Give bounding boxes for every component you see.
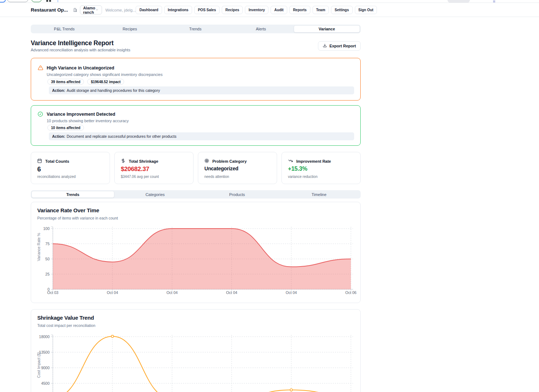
alert-action: Action: Audit storage and handling proce… (49, 86, 354, 94)
tab-trends[interactable]: Trends (162, 25, 228, 33)
main-tabbar: P&L Trends Recipes Trends Alerts Varianc… (31, 25, 361, 33)
page-title: Variance Intelligence Report (31, 39, 114, 47)
items-affected-badge: 39 items affected (47, 79, 84, 85)
page-subtitle: Advanced reconciliation analysis with ac… (31, 48, 130, 52)
tab-alerts[interactable]: Alerts (228, 25, 294, 33)
svg-text:Variance Rate %: Variance Rate % (37, 233, 41, 261)
nav-integrations-button[interactable]: Integrations (164, 6, 192, 14)
svg-text:100: 100 (43, 226, 50, 231)
nav-inventory-button[interactable]: Inventory (245, 6, 268, 14)
stat-label: Problem Category (212, 159, 247, 163)
app-title: Restaurant Op... (31, 7, 68, 13)
nav-team-button[interactable]: Team (313, 6, 329, 14)
chevron-down-icon (95, 8, 99, 12)
stat-subtext: needs attention (204, 175, 229, 179)
nav-pos-sales-button[interactable]: POS Sales (194, 6, 220, 14)
chart-subtitle: Percentage of items with variance in eac… (37, 216, 118, 220)
nav-settings-button[interactable]: Settings (331, 6, 352, 14)
browser-pill-remnant (447, 0, 470, 3)
stat-improvement-rate: Improvement Rate +15.3% variance reducti… (281, 152, 361, 184)
alert-title: High Variance in Uncategorized (47, 65, 114, 71)
browser-pill-button-green[interactable] (31, 0, 42, 2)
shrinkage-trend-chart-card: Shrinkage Value Trend Total cost impact … (31, 309, 361, 392)
svg-text:25: 25 (45, 272, 50, 276)
dollar-icon (121, 158, 126, 164)
stat-value: +15.3% (288, 166, 307, 172)
calendar-icon (37, 158, 42, 164)
svg-text:Oct 04: Oct 04 (226, 290, 237, 295)
export-report-label: Export Report (330, 44, 356, 48)
nav-audit-button[interactable]: Audit (271, 6, 287, 14)
nav-recipes-button[interactable]: Recipes (222, 6, 243, 14)
download-icon (323, 43, 327, 48)
action-label: Action: (52, 88, 65, 93)
location-select[interactable]: Alamo ranch (80, 5, 102, 14)
apps-grid-icon (49, 0, 51, 2)
nav-reports-button[interactable]: Reports (289, 6, 310, 14)
svg-text:Oct 04: Oct 04 (166, 290, 178, 295)
extension-icon (493, 0, 495, 3)
items-affected-badge: 10 items affected (47, 125, 84, 131)
impact-badge: $19648.52 impact (87, 79, 124, 85)
action-label: Action: (52, 134, 65, 139)
stat-label: Improvement Rate (296, 159, 331, 163)
header-nav: Dashboard Integrations POS Sales Recipes… (136, 6, 377, 14)
chart-subtitle: Total cost impact per reconciliation (37, 323, 96, 328)
alert-description: Uncategorized category shows significant… (47, 72, 162, 77)
tab-variance[interactable]: Variance (294, 25, 360, 33)
stat-subtext: variance reduction (288, 175, 318, 179)
warning-icon (38, 65, 43, 72)
nav-dashboard-button[interactable]: Dashboard (136, 6, 162, 14)
stat-label: Total Counts (45, 159, 69, 163)
trending-down-icon (288, 158, 293, 164)
tab-pl-trends[interactable]: P&L Trends (31, 25, 97, 33)
caret-mark (58, 0, 58, 2)
svg-text:Oct 03: Oct 03 (47, 290, 59, 295)
alert-variance-improvement: Variance Improvement Detected 10 product… (31, 105, 361, 146)
stat-subtext: $3447.06 avg per count (121, 175, 159, 179)
stat-value: $20682.37 (121, 166, 149, 173)
alert-description: 10 products showing better inventory acc… (47, 119, 129, 123)
welcome-text: Welcome, jdelg... (105, 8, 136, 12)
svg-text:Oct 04: Oct 04 (286, 290, 297, 295)
variance-rate-area-chart: 0255075100Oct 03Oct 04Oct 04Oct 04Oct 04… (31, 225, 361, 298)
svg-text:50: 50 (45, 257, 50, 261)
shrinkage-value-line-chart: 0450090001350018000Oct 03Oct 04Oct 04Oct… (31, 333, 361, 392)
subtab-categories[interactable]: Categories (114, 191, 196, 198)
nav-sign-out-button[interactable]: Sign Out (355, 6, 377, 14)
subtab-timeline[interactable]: Timeline (278, 191, 360, 198)
building-icon (73, 8, 77, 12)
variance-rate-chart-card: Variance Rate Over Time Percentage of it… (31, 202, 361, 303)
alert-action: Action: Document and replicate successfu… (49, 132, 354, 140)
action-text: Document and replicate successful proced… (67, 134, 177, 139)
svg-text:75: 75 (45, 242, 50, 246)
stat-label: Total Shrinkage (129, 159, 158, 163)
browser-tab-remnant (0, 0, 6, 3)
tab-recipes[interactable]: Recipes (97, 25, 162, 33)
action-text: Audit storage and handling procedures fo… (67, 88, 160, 93)
location-select-value: Alamo ranch (83, 6, 96, 14)
stat-total-counts: Total Counts 6 reconciliations analyzed (31, 152, 110, 184)
alert-title: Variance Improvement Detected (47, 112, 115, 117)
subtab-trends[interactable]: Trends (31, 191, 114, 198)
subtab-products[interactable]: Products (196, 191, 278, 198)
report-subtabbar: Trends Categories Products Timeline (31, 190, 361, 199)
apps-grid-icon (46, 0, 48, 2)
browser-toolbar-strip (0, 0, 539, 3)
svg-text:9000: 9000 (41, 366, 50, 370)
svg-text:Oct 04: Oct 04 (107, 290, 118, 295)
stat-subtext: reconciliations analyzed (37, 175, 76, 179)
browser-pill-button[interactable] (7, 0, 28, 2)
alert-high-variance: High Variance in Uncategorized Uncategor… (31, 58, 361, 101)
export-report-button[interactable]: Export Report (318, 41, 361, 51)
chart-title: Shrinkage Value Trend (37, 315, 94, 321)
stat-value: 6 (37, 166, 41, 173)
stat-problem-category: Problem Category Uncategorized needs att… (198, 152, 277, 184)
target-icon (204, 158, 209, 164)
svg-text:18000: 18000 (39, 335, 50, 339)
svg-text:Oct 06: Oct 06 (345, 290, 357, 295)
check-circle-icon (38, 111, 43, 118)
stat-total-shrinkage: Total Shrinkage $20682.37 $3447.06 avg p… (114, 152, 194, 184)
svg-text:Cost Impact ($): Cost Impact ($) (37, 352, 41, 378)
stat-value: Uncategorized (204, 166, 238, 171)
